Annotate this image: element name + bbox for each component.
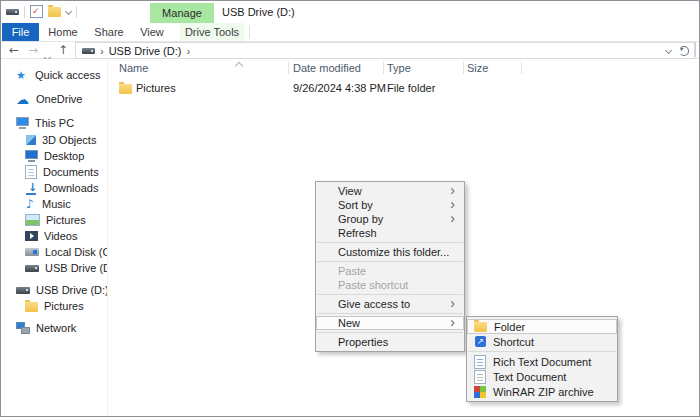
column-header-type[interactable]: Type (387, 59, 411, 77)
menu-separator (317, 294, 463, 295)
context-menu-item-refresh[interactable]: Refresh (316, 226, 464, 240)
context-menu-item-group-by[interactable]: Group by (316, 212, 464, 226)
menu-separator (317, 332, 463, 333)
menu-item-label: View (338, 185, 362, 197)
up-button[interactable]: ↑ (58, 42, 68, 58)
column-header-date-modified[interactable]: Date modified (293, 59, 361, 77)
context-menu-item-give-access-to[interactable]: Give access to (316, 297, 464, 311)
sidebar-item-documents[interactable]: Documents (1, 164, 107, 180)
breadcrumb-location[interactable]: USB Drive (D:) (109, 45, 182, 57)
usb-drive-icon (25, 265, 39, 272)
sidebar-item-this-pc[interactable]: This PC (1, 115, 107, 131)
rich-text-document-icon (474, 355, 486, 369)
manage-contextual-tab[interactable]: Manage (150, 3, 214, 23)
sidebar-item-usb-drive-d-root[interactable]: USB Drive (D:) (1, 282, 107, 298)
sidebar-item-onedrive[interactable]: OneDrive (1, 91, 107, 107)
context-menu-item-properties[interactable]: Properties (316, 335, 464, 349)
context-menu-item-new[interactable]: New (316, 316, 464, 330)
tab-view[interactable]: View (133, 23, 171, 41)
star-icon (16, 69, 29, 82)
text-document-icon (474, 370, 486, 384)
menu-item-label: Group by (338, 213, 383, 225)
menu-item-label: Text Document (493, 371, 566, 383)
file-row-pictures[interactable]: Pictures 9/26/2024 4:38 PM File folder (109, 80, 698, 97)
submenu-item-rich-text-document[interactable]: Rich Text Document (467, 354, 617, 369)
forward-button[interactable]: → (28, 42, 38, 58)
drive-icon (82, 48, 95, 54)
submenu-item-winrar-zip-archive[interactable]: WinRAR ZIP archive (467, 384, 617, 399)
submenu-item-text-document[interactable]: Text Document (467, 369, 617, 384)
context-menu-item-sort-by[interactable]: Sort by (316, 198, 464, 212)
cloud-icon (16, 93, 30, 106)
menu-item-label: Shortcut (493, 336, 534, 348)
sidebar-item-music[interactable]: Music (1, 196, 107, 212)
search-box-edge[interactable] (695, 42, 700, 57)
separator (76, 6, 77, 18)
sort-ascending-caret-icon (235, 62, 243, 70)
sidebar-item-downloads[interactable]: Downloads (1, 180, 107, 196)
video-icon (25, 231, 38, 241)
file-date-modified: 9/26/2024 4:38 PM (293, 80, 386, 97)
sidebar-item-3d-objects[interactable]: 3D Objects (1, 132, 107, 148)
column-header-name[interactable]: Name (119, 59, 148, 77)
ribbon-tabbar: File Home Share View Drive Tools (1, 23, 699, 41)
menu-item-label: Customize this folder... (338, 246, 449, 258)
context-menu-item-paste[interactable]: Paste (316, 264, 464, 278)
tab-file[interactable]: File (2, 23, 39, 41)
drive-icon[interactable] (6, 9, 19, 15)
tab-share[interactable]: Share (87, 23, 131, 41)
customize-toolbar-chevron-icon[interactable] (65, 8, 72, 15)
sidebar-item-desktop[interactable]: Desktop (1, 148, 107, 164)
tab-drive-tools[interactable]: Drive Tools (180, 23, 244, 41)
sidebar-item-network[interactable]: Network (1, 320, 107, 336)
address-dropdown-chevron-icon[interactable] (665, 47, 672, 54)
document-icon (25, 165, 37, 179)
breadcrumb-chevron: › (100, 45, 104, 57)
menu-separator (317, 242, 463, 243)
new-submenu: Folder Shortcut Rich Text Document Text … (466, 316, 618, 402)
sidebar-item-quick-access[interactable]: Quick access (1, 67, 107, 83)
refresh-icon[interactable] (679, 46, 689, 56)
monitor-icon (16, 117, 29, 129)
submenu-item-folder[interactable]: Folder (467, 319, 617, 334)
desktop-icon (25, 150, 38, 162)
context-menu-item-customize-this-folder[interactable]: Customize this folder... (316, 245, 464, 259)
column-separator[interactable] (288, 61, 289, 74)
sidebar-item-pictures-child[interactable]: Pictures (1, 298, 107, 314)
folder-icon (25, 302, 38, 312)
menu-separator (317, 261, 463, 262)
menu-separator (468, 351, 616, 352)
quick-access-toolbar (6, 5, 77, 18)
menu-item-label: WinRAR ZIP archive (493, 386, 594, 398)
context-menu-item-view[interactable]: View (316, 184, 464, 198)
column-headers: Name Date modified Type Size (109, 59, 698, 77)
window-title: USB Drive (D:) (222, 1, 295, 23)
column-separator[interactable] (521, 61, 522, 74)
new-folder-icon[interactable] (48, 7, 61, 17)
menu-item-label: New (338, 317, 360, 329)
sidebar-item-pictures[interactable]: Pictures (1, 212, 107, 228)
sidebar-item-usb-drive-d[interactable]: USB Drive (D:) (1, 260, 107, 276)
back-button[interactable]: ← (9, 42, 19, 58)
column-header-size[interactable]: Size (467, 59, 488, 77)
tab-home[interactable]: Home (41, 23, 85, 41)
context-menu-item-paste-shortcut[interactable]: Paste shortcut (316, 278, 464, 292)
disk-icon (25, 248, 39, 256)
address-box[interactable]: › USB Drive (D:) › (75, 42, 695, 59)
download-arrow-icon (25, 182, 38, 195)
menu-item-label: Folder (494, 321, 525, 333)
menu-item-label: Give access to (338, 298, 410, 310)
sidebar-item-videos[interactable]: Videos (1, 228, 107, 244)
column-separator[interactable] (383, 61, 384, 74)
menu-item-label: Refresh (338, 227, 377, 239)
address-bar: ← → ↑ › USB Drive (D:) › (1, 41, 699, 59)
breadcrumb-chevron[interactable]: › (186, 45, 190, 57)
picture-icon (25, 214, 40, 226)
navigation-pane: Quick access OneDrive This PC 3D Objects… (1, 59, 108, 415)
folder-icon (474, 322, 487, 332)
column-separator[interactable] (463, 61, 464, 74)
sidebar-item-local-disk-c[interactable]: Local Disk (C:) (1, 244, 107, 260)
separator (24, 6, 25, 18)
properties-check-icon[interactable] (30, 5, 43, 18)
submenu-item-shortcut[interactable]: Shortcut (467, 334, 617, 349)
